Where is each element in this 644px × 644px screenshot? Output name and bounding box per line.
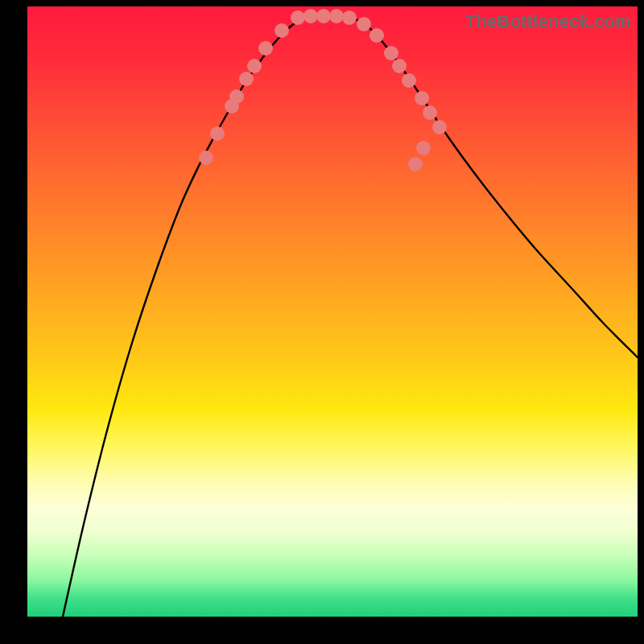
plot-area: TheBottleneck.com <box>27 6 638 617</box>
data-point <box>275 23 289 38</box>
data-point <box>258 41 273 56</box>
data-point <box>329 9 344 23</box>
data-point <box>291 10 305 25</box>
watermark-text: TheBottleneck.com <box>465 11 631 32</box>
data-point <box>408 157 423 171</box>
data-point <box>384 46 398 60</box>
data-point <box>402 73 416 88</box>
chart-svg <box>27 6 638 617</box>
data-point <box>369 28 384 43</box>
data-point <box>392 59 407 73</box>
data-point <box>415 91 429 105</box>
data-point <box>229 89 244 104</box>
data-point <box>342 10 357 25</box>
data-point <box>199 151 213 165</box>
data-point <box>423 105 437 120</box>
chart-frame: TheBottleneck.com <box>0 0 644 644</box>
data-point <box>303 9 318 23</box>
data-point <box>357 17 371 31</box>
data-point <box>210 126 225 141</box>
data-point <box>239 72 254 86</box>
bottleneck-curve <box>63 16 638 617</box>
data-point <box>316 9 331 23</box>
data-point <box>432 120 447 134</box>
data-point <box>416 141 431 155</box>
data-point <box>247 59 262 73</box>
